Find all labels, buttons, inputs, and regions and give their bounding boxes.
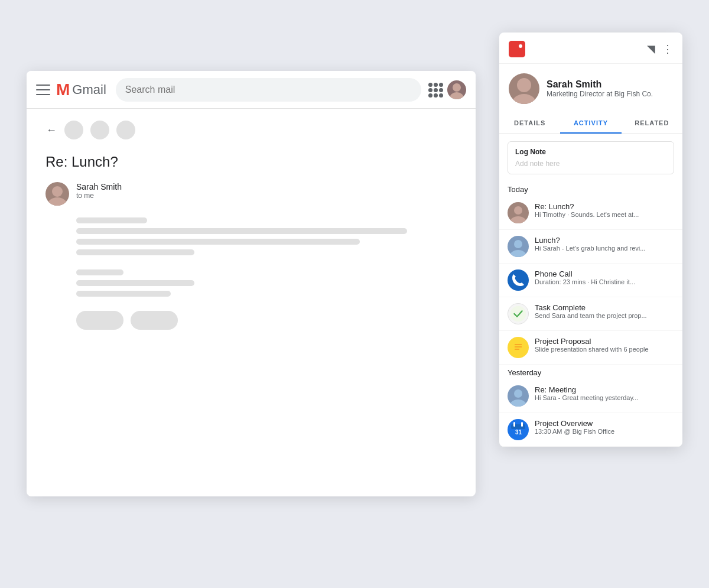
contact-title: Marketing Director at Big Fish Co. <box>547 90 653 98</box>
gmail-window: M Gmail ← Re: Lun <box>27 71 476 496</box>
email-line <box>76 291 171 297</box>
activity-phone-title: Phone Call <box>535 269 674 278</box>
svg-rect-20 <box>511 424 525 429</box>
crm-logo <box>509 41 525 57</box>
crm-profile: Sarah Smith Marketing Director at Big Fi… <box>499 64 682 113</box>
section-yesterday: Yesterday <box>499 365 682 379</box>
activity-task-sub: Send Sara and team the project prop... <box>535 312 662 319</box>
back-button[interactable]: ← <box>45 124 57 136</box>
activity-item-proposal[interactable]: Project Proposal Slide presentation shar… <box>499 331 682 365</box>
crm-tabs: DETAILS ACTIVITY RELATED <box>499 113 682 134</box>
email-line <box>76 249 194 255</box>
email-actions <box>76 311 457 330</box>
search-input[interactable] <box>116 78 421 102</box>
email-line <box>76 217 147 223</box>
user-avatar[interactable] <box>447 80 466 99</box>
svg-point-18 <box>510 399 526 407</box>
svg-point-0 <box>453 83 461 92</box>
activity-phone-text: Phone Call Duration: 23 mins · Hi Christ… <box>535 269 674 285</box>
gmail-m-icon: M <box>56 82 70 98</box>
apps-icon[interactable] <box>428 83 443 97</box>
tab-related[interactable]: RELATED <box>622 113 682 134</box>
reply-button[interactable] <box>76 311 123 330</box>
activity-phone-sub: Duration: 23 mins · Hi Christine it... <box>535 278 662 285</box>
activity-item-lunch[interactable]: Lunch? Hi Sarah - Let's grab lunchg and … <box>499 230 682 264</box>
svg-rect-15 <box>515 346 522 347</box>
svg-point-2 <box>52 186 63 197</box>
open-external-icon[interactable]: ◥ <box>647 43 655 56</box>
activity-overview-title: Project Overview <box>535 419 674 428</box>
phone-icon <box>508 269 529 291</box>
svg-point-9 <box>510 216 526 223</box>
crm-topbar: ◥ ⋮ <box>499 33 682 64</box>
activity-item-overview[interactable]: 31 Project Overview 13:30 AM @ Big Fish … <box>499 413 682 447</box>
activity-item-meeting[interactable]: Re: Meeting Hi Sara - Great meeting yest… <box>499 379 682 413</box>
email-line <box>76 269 123 275</box>
sender-avatar <box>45 182 69 206</box>
activity-overview-text: Project Overview 13:30 AM @ Big Fish Off… <box>535 419 674 435</box>
activity-relunch-sub: Hi Timothy · Sounds. Let's meet at... <box>535 211 662 218</box>
email-line <box>76 228 407 234</box>
svg-point-17 <box>514 389 522 398</box>
email-nav: ← <box>45 121 457 139</box>
crm-top-actions: ◥ ⋮ <box>647 43 673 56</box>
gmail-header: M Gmail <box>27 71 476 109</box>
log-note-title: Log Note <box>515 148 666 156</box>
email-subject: Re: Lunch? <box>45 154 457 170</box>
svg-rect-16 <box>515 349 519 350</box>
email-to: to me <box>76 191 122 200</box>
activity-item-task[interactable]: Task Complete Send Sara and team the pro… <box>499 297 682 331</box>
activity-proposal-text: Project Proposal Slide presentation shar… <box>535 337 674 353</box>
svg-point-12 <box>510 306 526 321</box>
contact-name: Sarah Smith <box>547 79 653 90</box>
log-note-input[interactable]: Add note here <box>515 160 666 168</box>
activity-relunch-text: Re: Lunch? Hi Timothy · Sounds. Let's me… <box>535 202 674 218</box>
contact-avatar <box>509 73 539 104</box>
svg-rect-4 <box>509 41 525 57</box>
tab-details[interactable]: DETAILS <box>499 113 560 134</box>
contact-info: Sarah Smith Marketing Director at Big Fi… <box>547 79 653 98</box>
email-content <box>76 217 457 330</box>
activity-item-relunch[interactable]: Re: Lunch? Hi Timothy · Sounds. Let's me… <box>499 196 682 230</box>
svg-point-5 <box>519 44 522 48</box>
email-line <box>76 280 194 286</box>
header-actions <box>428 80 466 99</box>
doc-icon <box>508 337 529 358</box>
email-paragraph-2 <box>76 269 457 297</box>
activity-avatar-icon <box>508 202 529 223</box>
svg-point-10 <box>514 240 522 248</box>
email-from: Sarah Smith to me <box>45 182 457 206</box>
meeting-avatar-icon <box>508 385 529 407</box>
section-today: Today <box>499 181 682 196</box>
gmail-text: Gmail <box>72 82 106 98</box>
activity-lunch-text: Lunch? Hi Sarah - Let's grab lunchg and … <box>535 236 674 252</box>
svg-point-7 <box>512 94 536 104</box>
more-options-icon[interactable]: ⋮ <box>662 43 673 56</box>
activity-item-phone[interactable]: Phone Call Duration: 23 mins · Hi Christ… <box>499 264 682 297</box>
menu-icon[interactable] <box>36 85 50 95</box>
svg-point-1 <box>450 92 464 99</box>
action-btn-2[interactable] <box>90 121 109 139</box>
sender-details: Sarah Smith to me <box>76 182 122 200</box>
activity-avatar2-icon <box>508 236 529 257</box>
activity-meeting-sub: Hi Sara - Great meeting yesterday... <box>535 394 662 401</box>
svg-point-6 <box>517 78 531 92</box>
svg-point-3 <box>48 197 67 206</box>
calendar-icon: 31 <box>508 419 529 440</box>
tab-activity[interactable]: ACTIVITY <box>560 113 621 134</box>
forward-button[interactable] <box>131 311 178 330</box>
svg-rect-21 <box>513 422 515 427</box>
log-note-area: Log Note Add note here <box>508 141 674 174</box>
activity-lunch-sub: Hi Sarah - Let's grab lunchg and revi... <box>535 245 662 252</box>
crm-panel: ◥ ⋮ Sarah Smith Marketing Director at Bi… <box>499 33 682 447</box>
gmail-body: ← Re: Lunch? Sarah Smith to me <box>27 109 476 342</box>
activity-meeting-text: Re: Meeting Hi Sara - Great meeting yest… <box>535 385 674 401</box>
activity-task-text: Task Complete Send Sara and team the pro… <box>535 303 674 319</box>
activity-relunch-title: Re: Lunch? <box>535 202 674 211</box>
action-btn-1[interactable] <box>64 121 83 139</box>
activity-lunch-title: Lunch? <box>535 236 674 245</box>
svg-rect-22 <box>521 422 523 427</box>
svg-rect-14 <box>515 344 522 345</box>
action-btn-3[interactable] <box>116 121 135 139</box>
sender-name: Sarah Smith <box>76 182 122 191</box>
